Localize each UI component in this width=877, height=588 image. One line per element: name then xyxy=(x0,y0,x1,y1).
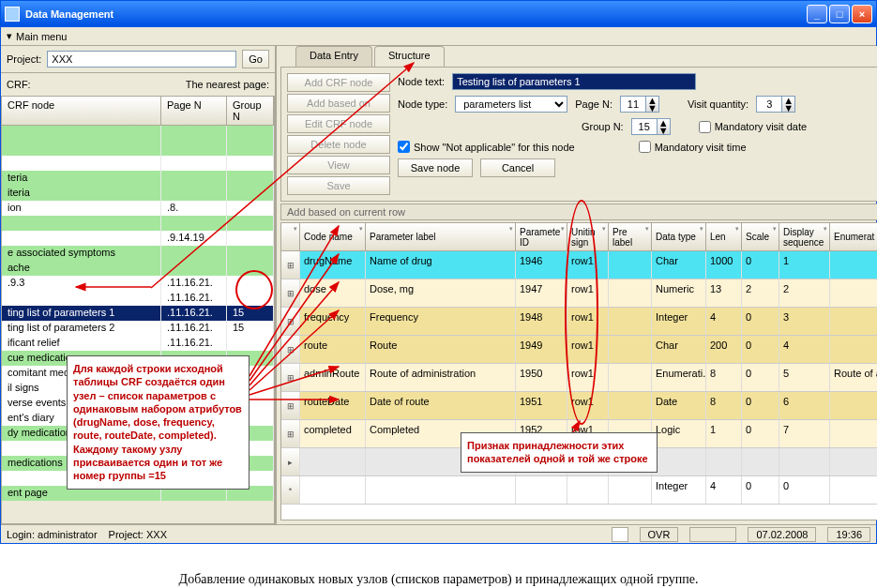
app-window: Data Management _ □ × ▾Main menu Project… xyxy=(0,0,877,544)
table-row[interactable]: ⊞adminRouteRoute of administration1950ro… xyxy=(281,364,877,392)
table-row[interactable]: ⊞routeRoute1949row1Char20004 xyxy=(281,336,877,364)
cancel-button[interactable]: Cancel xyxy=(480,158,555,177)
tab-data-entry[interactable]: Data Entry xyxy=(295,46,372,67)
crf-grid-header: CRF node Page N Group N xyxy=(1,96,275,126)
status-date: 07.02.2008 xyxy=(748,527,816,542)
status-ovr: OVR xyxy=(640,527,679,542)
col-crf-node[interactable]: CRF node xyxy=(2,97,161,125)
group-n-label: Group N: xyxy=(582,121,624,132)
table-row[interactable]: .9.14.19. xyxy=(2,231,274,246)
table-row[interactable]: ache xyxy=(2,261,274,276)
save-node-button[interactable]: Save node xyxy=(398,158,473,177)
minimize-button[interactable]: _ xyxy=(807,5,827,23)
window-title: Data Management xyxy=(25,8,113,20)
mandatory-time-check[interactable]: Mandatory visit time xyxy=(639,141,747,153)
tab-structure[interactable]: Structure xyxy=(374,46,445,67)
node-text-label: Node text: xyxy=(398,76,445,87)
menu-bar: ▾Main menu xyxy=(1,27,876,46)
project-input[interactable] xyxy=(47,51,236,68)
table-row[interactable]: ting list of parameters 2.11.16.21.15 xyxy=(2,321,274,336)
group-n-spinner[interactable]: ▲▼ xyxy=(631,118,673,135)
col-expand[interactable] xyxy=(281,223,300,250)
table-row[interactable]: ⊞drugNameName of drug1946row1Char100001 xyxy=(281,251,877,279)
table-row[interactable]: .9.3.11.16.21. xyxy=(2,276,274,291)
col-group-n[interactable]: Group N xyxy=(227,97,274,125)
table-row[interactable]: * Integer400 xyxy=(281,476,877,505)
table-row[interactable]: ting list of parameters 1.11.16.21.15 xyxy=(2,306,274,321)
page-n-spinner[interactable]: ▲▼ xyxy=(620,96,661,113)
save-button[interactable]: Save xyxy=(287,176,390,195)
status-indicator xyxy=(612,527,628,542)
col-enum-group[interactable]: Enumerat group xyxy=(830,223,877,250)
status-time: 19:36 xyxy=(827,527,870,542)
col-pre-label[interactable]: Pre label xyxy=(609,223,652,250)
col-page-n[interactable]: Page N xyxy=(161,97,227,125)
maximize-button[interactable]: □ xyxy=(829,5,850,23)
status-project: Project: XXX xyxy=(109,529,167,540)
crf-label: CRF: xyxy=(7,79,31,90)
table-row[interactable]: ⊞doseDose, mg1947row1Numeric1322 xyxy=(281,279,877,308)
visit-qty-label: Visit quantity: xyxy=(688,98,748,110)
col-param-label[interactable]: Parameter label xyxy=(366,223,516,250)
title-bar: Data Management _ □ × xyxy=(1,1,876,27)
table-row[interactable]: iteria xyxy=(2,186,274,201)
table-row[interactable]: ion.8. xyxy=(2,201,274,216)
table-row[interactable]: e associated symptoms xyxy=(2,246,274,261)
close-button[interactable]: × xyxy=(852,5,872,23)
table-row[interactable] xyxy=(2,126,274,141)
delete-node-button[interactable]: Delete node xyxy=(287,135,390,154)
col-scale[interactable]: Scale xyxy=(742,223,779,250)
status-login: Login: administrator xyxy=(7,529,98,540)
main-menu[interactable]: ▾Main menu xyxy=(7,30,67,42)
figure-caption: Добавление одинаковых новых узлов (списк… xyxy=(0,544,877,588)
table-row[interactable]: ificant relief.11.16.21. xyxy=(2,336,274,351)
add-crf-node-button[interactable]: Add CRF node xyxy=(287,73,390,92)
project-label: Project: xyxy=(7,53,41,65)
table-row[interactable]: teria xyxy=(2,171,274,186)
table-row[interactable]: .11.16.21. xyxy=(2,291,274,306)
app-icon xyxy=(5,7,20,22)
status-bar: Login: administrator Project: XXX OVR 07… xyxy=(1,524,876,543)
add-based-row-bar[interactable]: Add based on current row xyxy=(280,204,877,220)
col-code-name[interactable]: Code name xyxy=(300,223,366,250)
col-display-seq[interactable]: Display sequence xyxy=(779,223,830,250)
page-n-label: Page N: xyxy=(575,98,612,110)
col-length[interactable]: Len xyxy=(706,223,742,250)
table-row[interactable] xyxy=(2,141,274,156)
annotation-right: Признак принадлежности этих показателей … xyxy=(461,432,658,473)
col-unit-sign[interactable]: Unitin sign xyxy=(567,223,609,250)
nearest-page-label: The nearest page: xyxy=(186,79,269,90)
status-empty xyxy=(689,527,736,542)
add-based-on-button[interactable]: Add based on xyxy=(287,94,390,113)
go-button[interactable]: Go xyxy=(242,50,269,68)
view-button[interactable]: View xyxy=(287,156,390,174)
node-type-select[interactable]: parameters list xyxy=(455,96,567,113)
node-type-label: Node type: xyxy=(398,98,447,110)
mandatory-date-check[interactable]: Mandatory visit date xyxy=(699,121,807,133)
visit-qty-spinner[interactable]: ▲▼ xyxy=(756,96,797,113)
annotation-left: Для каждой строки исходной таблицы CRF с… xyxy=(67,355,249,490)
table-row[interactable]: ⊞routeDateDate of route1951row1Date806 xyxy=(281,392,877,420)
param-grid-header: Code name Parameter label Paramete ID Un… xyxy=(281,223,877,251)
table-row[interactable] xyxy=(2,156,274,171)
node-text-input[interactable] xyxy=(452,73,696,90)
col-data-type[interactable]: Data type xyxy=(652,223,706,250)
show-na-check[interactable]: Show "Not applicable" for this node xyxy=(398,141,575,153)
edit-crf-node-button[interactable]: Edit CRF node xyxy=(287,114,390,133)
table-row[interactable]: ⊞frequencyFrequency1948row1Integer403 xyxy=(281,308,877,336)
main-menu-label: Main menu xyxy=(16,31,67,42)
col-param-id[interactable]: Paramete ID xyxy=(516,223,567,250)
table-row[interactable] xyxy=(2,216,274,231)
parameter-grid: Code name Parameter label Paramete ID Un… xyxy=(280,222,877,520)
